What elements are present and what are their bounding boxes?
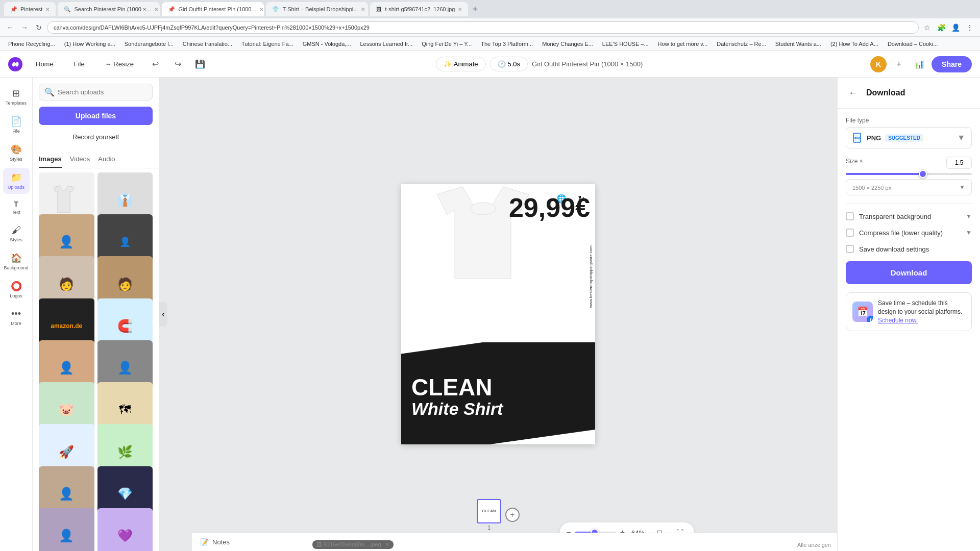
bookmark-item[interactable]: Chinese translatio... [179, 40, 236, 48]
bookmark-item[interactable]: GMSN - Vologda,... [299, 40, 355, 48]
tab-close[interactable]: ✕ [45, 7, 50, 12]
bookmark-item[interactable]: Download – Cooki... [884, 40, 942, 48]
bookmark-item[interactable]: (1) How Working a... [60, 40, 119, 48]
bookmark-item[interactable]: Money Changes E... [538, 40, 597, 48]
app-header: Home File ↔ Resize ↩ ↪ 💾 ✨ Animate 🕐 5.0… [0, 51, 980, 78]
back-btn[interactable]: ← [4, 21, 16, 34]
sidebar-item-text[interactable]: T Text [3, 196, 30, 219]
bookmark-item[interactable]: (2) How To Add A... [826, 40, 883, 48]
save-btn[interactable]: 💾 [192, 56, 208, 72]
menu-btn[interactable]: ⋮ [964, 21, 976, 34]
bookmark-item[interactable]: Qing Fei De Yi – Y... [418, 40, 476, 48]
bookmark-item[interactable]: Tutorial: Eigene Fa... [237, 40, 298, 48]
banner-subtitle: White Shirt [411, 399, 503, 419]
collapse-panel-btn[interactable]: ‹ [159, 302, 167, 327]
panel-back-btn[interactable]: ← [846, 86, 860, 100]
size-input[interactable] [946, 157, 972, 169]
compress-row[interactable]: Compress file (lower quality) ▼ [846, 229, 972, 237]
tab-close[interactable]: ✕ [458, 7, 462, 12]
design-title: Girl Outfit Pinterest Pin (1000 × 1500) [532, 60, 643, 68]
activity-btn[interactable]: 📊 [911, 56, 927, 72]
sidebar-item-file[interactable]: 📄 File [3, 112, 30, 138]
tab-tshirt-jpg[interactable]: 🖼 t-shirt-g5f96741c2_1260.jpg ✕ [370, 2, 468, 16]
schedule-avatar: 📅 f [852, 302, 873, 322]
sidebar-item-styles[interactable]: 🎨 Styles [3, 140, 30, 166]
canva-logo[interactable] [8, 57, 22, 71]
dimension-select[interactable]: 1500 × 2250 px ▼ [846, 179, 972, 195]
save-settings-row[interactable]: Save download settings [846, 245, 972, 253]
file-close[interactable]: ✕ [385, 541, 389, 547]
paintbrush-icon: 🖌 [12, 225, 21, 236]
bookmark-item[interactable]: Lessons Learned fr... [356, 40, 417, 48]
redo-btn[interactable]: ↪ [169, 56, 186, 72]
file-btn[interactable]: File [67, 57, 92, 71]
tab-close[interactable]: ✕ [361, 7, 365, 12]
tab-close[interactable]: ✕ [259, 7, 263, 12]
sidebar-item-uploads[interactable]: 📁 Uploads [3, 168, 30, 194]
compress-expand[interactable]: ▼ [966, 229, 972, 236]
canvas-area[interactable]: ‹ 29,99€ [159, 78, 837, 551]
bookmark-item[interactable]: Sonderangebote l... [120, 40, 178, 48]
transparent-bg-checkbox[interactable] [846, 212, 854, 220]
home-btn[interactable]: Home [29, 57, 61, 71]
notes-label[interactable]: Notes [212, 538, 230, 546]
tab-videos[interactable]: Videos [70, 151, 90, 168]
save-settings-checkbox[interactable] [846, 245, 854, 253]
extensions-btn[interactable]: 🧩 [935, 21, 947, 34]
refresh-btn[interactable]: ↻ [33, 21, 45, 34]
new-tab-btn[interactable]: + [470, 2, 480, 17]
tab-close[interactable]: ✕ [154, 7, 158, 12]
transparent-bg-row[interactable]: Transparent background ▼ [846, 212, 972, 220]
bookmark-item[interactable]: Student Wants a... [771, 40, 825, 48]
bookmark-item[interactable]: LEE'S HOUSE –... [598, 40, 653, 48]
sidebar-item-templates[interactable]: ⊞ Templates [3, 84, 30, 110]
resize-btn[interactable]: ↔ Resize [98, 57, 141, 71]
price-overlay: 29,99€ [509, 194, 590, 221]
animate-btn[interactable]: ✨ Animate [436, 57, 486, 71]
file-type-select[interactable]: PNG PNG SUGGESTED ▼ [846, 127, 972, 148]
tab-images[interactable]: Images [39, 151, 62, 168]
duration-btn[interactable]: 🕐 5.0s [490, 57, 528, 71]
url-input[interactable] [47, 21, 919, 34]
bookmark-item[interactable]: The Top 3 Platform... [477, 40, 537, 48]
bookmark-item[interactable]: Phone Recycling... [4, 40, 59, 48]
page-thumb-1[interactable]: CLEAN [477, 499, 501, 523]
uploads-panel: 🔍 Upload files Record yourself Images Vi… [33, 78, 159, 551]
bookmark-item[interactable]: How to get more v... [654, 40, 712, 48]
share-btn[interactable]: Share [932, 56, 972, 72]
canvas-wrapper: 29,99€ www.besterdropshippingstore.com 🌐… [401, 184, 595, 444]
tab-audio[interactable]: Audio [98, 151, 115, 168]
compress-checkbox[interactable] [846, 229, 854, 237]
upload-thumb-person8[interactable]: 👤 [39, 508, 94, 551]
header-right: K + 📊 Share [870, 56, 972, 72]
tab-search-pinterest[interactable]: 🔍 Search Pinterest Pin (1000 ×... ✕ [58, 2, 160, 16]
templates-icon: ⊞ [12, 88, 20, 99]
upload-thumb-purple[interactable]: 💜 [97, 508, 153, 551]
sidebar-item-styles2[interactable]: 🖌 Styles [3, 221, 30, 246]
add-people-btn[interactable]: + [891, 56, 907, 72]
upload-files-btn[interactable]: Upload files [39, 107, 153, 125]
tab-pinterest[interactable]: 📌 Pinterest ✕ [4, 2, 56, 16]
file-icon: 📄 [11, 116, 22, 127]
user-avatar[interactable]: K [870, 56, 887, 72]
sidebar-item-background[interactable]: 🏠 Background [3, 248, 30, 274]
download-btn[interactable]: Download [846, 261, 972, 284]
tab-girl-outfit[interactable]: 📌 Girl Outfit Pinterest Pin (1000... ✕ [162, 2, 264, 16]
tab-icon: 🖼 [376, 6, 382, 12]
sidebar-item-more[interactable]: ••• More [3, 305, 30, 330]
forward-btn[interactable]: → [18, 21, 31, 34]
undo-btn[interactable]: ↩ [147, 56, 163, 72]
transparent-bg-expand[interactable]: ▼ [966, 213, 972, 220]
bookmark-btn[interactable]: ☆ [921, 21, 933, 34]
size-slider-thumb[interactable] [919, 170, 927, 178]
file-type-label: File type [846, 117, 972, 124]
profile-btn[interactable]: 👤 [949, 21, 962, 34]
sidebar-item-logos[interactable]: ⭕ Logos [3, 277, 30, 303]
tab-tshirt-dropship[interactable]: 👕 T-Shirt – Beispiel Dropshippi... ✕ [266, 2, 368, 16]
record-yourself-btn[interactable]: Record yourself [39, 129, 153, 145]
main-layout: ⊞ Templates 📄 File 🎨 Styles 📁 Uploads T … [0, 78, 980, 551]
add-page-btn[interactable]: + [505, 508, 520, 522]
bookmark-item[interactable]: Datenschutz – Re... [713, 40, 770, 48]
search-input[interactable] [58, 88, 147, 96]
schedule-link[interactable]: Schedule now. [878, 317, 918, 324]
